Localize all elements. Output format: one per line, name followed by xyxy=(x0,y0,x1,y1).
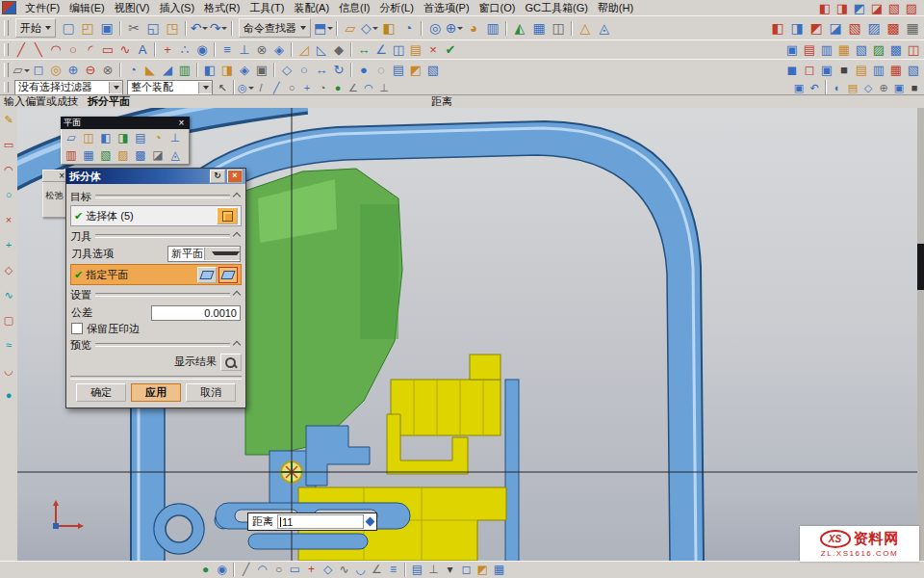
shaded-view-icon[interactable]: ● xyxy=(355,62,372,78)
intersect-curve-icon[interactable]: ⊗ xyxy=(253,41,270,58)
general-select-icon[interactable]: ↖ xyxy=(215,81,230,94)
start-modeling-icon[interactable]: ⬒ xyxy=(314,19,333,38)
snap-center-icon[interactable]: ○ xyxy=(284,81,299,94)
section-preview[interactable]: 预览 xyxy=(70,338,242,352)
mini-close-icon[interactable]: × xyxy=(42,171,66,182)
open-icon[interactable]: ◰ xyxy=(78,19,97,38)
settings-b-icon[interactable]: ▦ xyxy=(491,563,507,577)
draw-point-icon[interactable]: + xyxy=(303,563,320,577)
plane-at-distance-icon[interactable]: ◫ xyxy=(80,130,97,145)
boolean-subtract-icon[interactable]: ⊖ xyxy=(82,62,99,78)
dialog-reset-icon[interactable]: ↻ xyxy=(210,170,225,183)
section-tool[interactable]: 刀具 xyxy=(70,229,242,243)
shell-icon[interactable]: ▥ xyxy=(483,19,502,38)
toolbar-grip[interactable] xyxy=(4,20,9,37)
draw-arc2-icon[interactable]: ◡ xyxy=(352,563,369,577)
selection-scope-dropdown[interactable]: 整个装配 xyxy=(127,80,213,95)
sketch-box-icon[interactable]: ▢ xyxy=(2,314,15,327)
plane-more-icon[interactable]: ◬ xyxy=(167,147,184,163)
dropdown-arrow-icon[interactable] xyxy=(109,82,122,93)
palette-close-icon[interactable]: × xyxy=(176,118,187,128)
sew-icon[interactable]: ◈ xyxy=(236,62,253,78)
plane-dialog-button[interactable] xyxy=(197,267,217,283)
point-icon[interactable]: + xyxy=(159,41,176,58)
setting-e-icon[interactable]: ▣ xyxy=(891,81,907,94)
part-cube-6-icon[interactable]: ▨ xyxy=(903,0,920,16)
datum-icon[interactable]: ▱ xyxy=(13,62,30,78)
model-right-rib[interactable] xyxy=(505,380,519,562)
snap-tangent-icon[interactable]: ◠ xyxy=(361,81,376,94)
analysis-icon[interactable]: ◬ xyxy=(595,19,614,38)
menu-item-7[interactable]: 装配(A) xyxy=(289,1,334,14)
window-icon-8-icon[interactable]: ▧ xyxy=(905,62,922,78)
shell-body-icon[interactable]: ▥ xyxy=(176,62,193,78)
part-cube-3-icon[interactable]: ◩ xyxy=(851,0,868,16)
fillet-curve-icon[interactable]: ◜ xyxy=(82,41,99,58)
thicken-icon[interactable]: ▣ xyxy=(253,62,270,78)
grid-icon[interactable]: ▤ xyxy=(409,563,425,577)
menu-item-2[interactable]: 编辑(E) xyxy=(64,1,110,14)
draw-circle-icon[interactable]: ○ xyxy=(270,563,287,577)
collapse-arrow-icon[interactable] xyxy=(233,291,241,299)
measure-icon[interactable]: △ xyxy=(576,19,595,38)
plane-xy-icon[interactable]: ▥ xyxy=(63,147,80,163)
finish-sketch-icon[interactable]: ✔ xyxy=(442,41,459,58)
top-view-icon[interactable]: ▧ xyxy=(424,62,442,78)
setting-d-icon[interactable]: ⊕ xyxy=(876,81,891,94)
toolbar-grip[interactable] xyxy=(4,43,9,56)
window-icon-6-icon[interactable]: ▥ xyxy=(870,62,887,78)
plane-yz-icon[interactable]: ▦ xyxy=(80,147,97,163)
toolbar-grip[interactable] xyxy=(4,63,9,77)
view-cube-2-icon[interactable]: ◪ xyxy=(826,19,845,38)
apply-button[interactable]: 应用 xyxy=(131,383,181,402)
setting-c-icon[interactable]: ◇ xyxy=(860,81,876,94)
iso-view-icon[interactable]: ◩ xyxy=(407,62,424,78)
sketch-icon[interactable]: ▱ xyxy=(341,19,360,38)
cut-icon[interactable]: ✂ xyxy=(124,19,143,38)
keep-imprint-row[interactable]: 保留压印边 xyxy=(70,322,242,335)
dropdown-arrow-icon[interactable] xyxy=(198,82,212,93)
setting-a-icon[interactable]: ◐ xyxy=(830,81,845,94)
text-tool-icon[interactable]: A xyxy=(134,41,151,58)
plane-through-points-icon[interactable]: ▤ xyxy=(132,130,149,145)
trim-body-icon[interactable]: ◧ xyxy=(201,62,218,78)
setting-b-icon[interactable]: ▤ xyxy=(845,81,860,94)
macro-icon[interactable]: ▩ xyxy=(887,41,905,58)
extrude-icon[interactable]: ◧ xyxy=(379,19,398,38)
plane-view-icon[interactable]: ▨ xyxy=(115,147,132,163)
plane-zx-icon[interactable]: ▧ xyxy=(97,147,115,163)
sketch-diamond-icon[interactable]: ◇ xyxy=(2,264,15,276)
window-icon-5-icon[interactable]: ▤ xyxy=(853,62,870,78)
section-curve-icon[interactable]: ◈ xyxy=(270,41,288,58)
setting-f-icon[interactable]: ■ xyxy=(907,81,922,94)
ortho-icon[interactable]: ⊥ xyxy=(425,563,442,577)
menu-item-5[interactable]: 格式(R) xyxy=(199,1,244,14)
show-result-button[interactable] xyxy=(220,354,242,371)
quick-trim-icon[interactable]: × xyxy=(424,41,442,58)
save-quick-icon[interactable]: ▣ xyxy=(791,81,807,94)
hole-icon[interactable]: ◎ xyxy=(425,19,445,38)
wireframe-view-icon[interactable]: ◌ xyxy=(372,62,390,78)
draw-line-icon[interactable]: ╱ xyxy=(238,563,254,577)
model-rail-lower[interactable] xyxy=(248,534,368,549)
select-body-button[interactable] xyxy=(217,207,238,224)
specify-plane-row[interactable]: ✔ 指定平面 xyxy=(70,264,242,285)
constraint-icon[interactable]: ∠ xyxy=(372,41,390,58)
view-cube-1-icon[interactable]: ◩ xyxy=(807,19,826,38)
more-tools-icon[interactable]: ▾ xyxy=(442,563,458,577)
chamfer-icon[interactable]: ◣ xyxy=(141,62,159,78)
fit-view-icon[interactable]: ◇ xyxy=(278,62,295,78)
plane-normal-icon[interactable]: ⊥ xyxy=(167,130,184,145)
sketch-rect-icon[interactable]: ▭ xyxy=(2,139,15,151)
window-cascade-icon[interactable]: ◧ xyxy=(768,19,787,38)
scrollbar-thumb[interactable] xyxy=(917,244,924,290)
menu-item-10[interactable]: 首选项(P) xyxy=(419,1,475,14)
rectangle-icon[interactable]: ▭ xyxy=(99,41,116,58)
revolve-icon[interactable]: ◔ xyxy=(398,19,418,38)
display-b-icon[interactable]: ◩ xyxy=(475,563,491,577)
menu-item-6[interactable]: 工具(T) xyxy=(244,1,289,14)
trim-curve-icon[interactable]: ◿ xyxy=(295,41,313,58)
selection-filter-dropdown[interactable]: 没有选择过滤器 xyxy=(14,80,123,95)
snap-angle-icon[interactable]: ∠ xyxy=(346,81,361,94)
distance-input[interactable]: 11 xyxy=(277,514,364,529)
